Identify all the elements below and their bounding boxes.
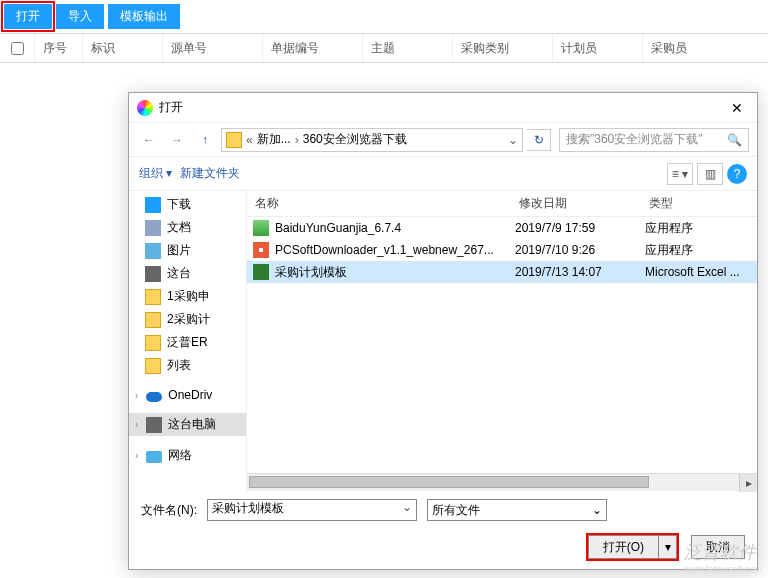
col-subject[interactable]: 主题 [362,34,452,62]
tree-f1[interactable]: 1采购申 [167,288,210,305]
col-buyer[interactable]: 采购员 [642,34,768,62]
search-input[interactable]: 搜索"360安全浏览器下载" 🔍 [559,128,749,152]
crumb-dropdown-icon[interactable]: ⌄ [508,133,518,147]
chevron-right-icon[interactable]: › [135,390,138,401]
file-row[interactable]: PCSoftDownloader_v1.1_webnew_267...2019/… [247,239,757,261]
tree-onedrive[interactable]: OneDriv [168,388,212,402]
col-docno[interactable]: 单据编号 [262,34,362,62]
select-all-checkbox[interactable] [11,42,24,55]
grid-header: 序号 标识 源单号 单据编号 主题 采购类别 计划员 采购员 [0,33,768,63]
folder-tree[interactable]: 下载 文档 图片 这台 1采购申 2采购计 泛普ER 列表 ›OneDriv ›… [129,191,247,491]
chevron-right-icon: › [295,133,299,147]
onedrive-icon [146,392,162,402]
nav-fwd-icon: → [165,128,189,152]
open-button[interactable]: 打开 [4,4,52,29]
file-type-icon [253,264,269,280]
scrollbar-thumb[interactable] [249,476,649,488]
file-type: 应用程序 [645,220,757,237]
chevron-down-icon: ⌄ [592,503,602,517]
file-list-header: 名称 修改日期 类型 [247,191,757,217]
dialog-title: 打开 [159,99,183,116]
filename-dropdown-icon[interactable]: ⌄ [402,500,412,514]
col-planner[interactable]: 计划员 [552,34,642,62]
tree-thispc[interactable]: 这台 [167,265,191,282]
filename-input[interactable]: 采购计划模板⌄ [207,499,417,521]
file-type: Microsoft Excel ... [645,265,757,279]
col-category[interactable]: 采购类别 [452,34,552,62]
col-filename[interactable]: 名称 [247,195,511,212]
col-modified[interactable]: 修改日期 [511,195,641,212]
chevron-right-icon[interactable]: › [135,450,138,461]
organize-row: 组织 ▾ 新建文件夹 ≡ ▾ ▥ ? [129,157,757,191]
file-row[interactable]: BaiduYunGuanjia_6.7.42019/7/9 17:59应用程序 [247,217,757,239]
template-export-button[interactable]: 模板输出 [108,4,180,29]
folder-icon [145,289,161,305]
tree-docs[interactable]: 文档 [167,219,191,236]
download-icon [145,197,161,213]
open-button-dropdown[interactable]: ▾ [659,535,677,559]
folder-icon [145,312,161,328]
file-type-select[interactable]: 所有文件⌄ [427,499,607,521]
file-row[interactable]: 采购计划模板2019/7/13 14:07Microsoft Excel ... [247,261,757,283]
pictures-icon [145,243,161,259]
col-type[interactable]: 类型 [641,195,757,212]
crumb-1[interactable]: 新加... [257,131,291,148]
open-button-highlight: 打开(O) ▾ [586,533,679,561]
dialog-nav: ← → ↑ « 新加... › 360安全浏览器下载 ⌄ ↻ 搜索"360安全浏… [129,123,757,157]
help-icon[interactable]: ? [727,164,747,184]
app-toolbar: 打开 导入 模板输出 [0,0,768,33]
new-folder-button[interactable]: 新建文件夹 [180,165,240,182]
breadcrumb[interactable]: « 新加... › 360安全浏览器下载 ⌄ [221,128,523,152]
open-button[interactable]: 打开(O) [588,535,659,559]
tree-pics[interactable]: 图片 [167,242,191,259]
cancel-button[interactable]: 取消 [691,535,745,559]
folder-icon [145,335,161,351]
file-date: 2019/7/10 9:26 [515,243,645,257]
folder-icon [226,132,242,148]
file-type-icon [253,220,269,236]
folder-icon [145,358,161,374]
chevron-right-icon[interactable]: › [135,419,138,430]
file-type: 应用程序 [645,242,757,259]
view-options-icon[interactable]: ≡ ▾ [667,163,693,185]
import-button[interactable]: 导入 [56,4,104,29]
horizontal-scrollbar[interactable]: ▸ [247,473,757,491]
file-list[interactable]: BaiduYunGuanjia_6.7.42019/7/9 17:59应用程序P… [247,217,757,473]
file-name: BaiduYunGuanjia_6.7.4 [275,221,515,235]
filename-label: 文件名(N): [141,502,197,519]
file-name: PCSoftDownloader_v1.1_webnew_267... [275,243,515,257]
file-area: 名称 修改日期 类型 BaiduYunGuanjia_6.7.42019/7/9… [247,191,757,491]
app-icon [137,100,153,116]
network-icon [146,451,162,463]
crumb-2[interactable]: 360安全浏览器下载 [303,131,407,148]
col-flag[interactable]: 标识 [82,34,162,62]
file-date: 2019/7/9 17:59 [515,221,645,235]
tree-network[interactable]: 网络 [168,447,192,464]
file-date: 2019/7/13 14:07 [515,265,645,279]
dialog-titlebar: 打开 ✕ [129,93,757,123]
col-seq[interactable]: 序号 [34,34,82,62]
crumb-sep-start: « [246,133,253,147]
file-name: 采购计划模板 [275,264,515,281]
open-file-dialog: 打开 ✕ ← → ↑ « 新加... › 360安全浏览器下载 ⌄ ↻ 搜索"3… [128,92,758,570]
tree-downloads[interactable]: 下载 [167,196,191,213]
document-icon [145,220,161,236]
file-type-icon [253,242,269,258]
tree-f2[interactable]: 2采购计 [167,311,210,328]
scroll-right-icon[interactable]: ▸ [739,474,757,492]
tree-thispc-full[interactable]: 这台电脑 [168,416,216,433]
refresh-icon[interactable]: ↻ [527,129,551,151]
search-icon: 🔍 [727,133,742,147]
preview-pane-icon[interactable]: ▥ [697,163,723,185]
search-placeholder: 搜索"360安全浏览器下载" [566,131,703,148]
tree-list[interactable]: 列表 [167,357,191,374]
organize-menu[interactable]: 组织 ▾ [139,165,172,182]
col-source[interactable]: 源单号 [162,34,262,62]
tree-fanpu[interactable]: 泛普ER [167,334,208,351]
pc-icon [145,266,161,282]
dialog-footer: 文件名(N): 采购计划模板⌄ 所有文件⌄ 打开(O) ▾ 取消 [129,491,757,573]
nav-back-icon[interactable]: ← [137,128,161,152]
pc-icon [146,417,162,433]
nav-up-icon[interactable]: ↑ [193,128,217,152]
close-icon[interactable]: ✕ [725,98,749,118]
